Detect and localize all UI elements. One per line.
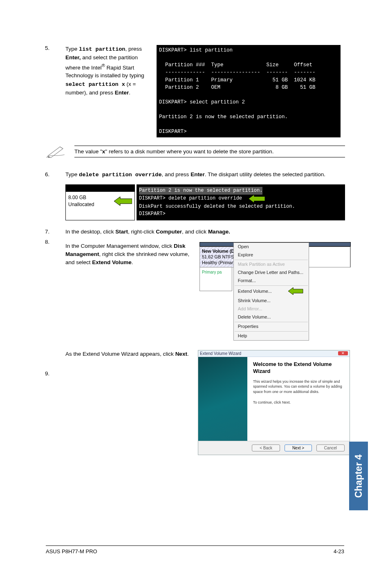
wizard-side-image <box>198 357 247 441</box>
step9-text: As the Extend Volume Wizard appears, cli… <box>65 350 192 455</box>
arrow-left-icon <box>114 197 132 206</box>
menu-open[interactable]: Open <box>234 243 309 251</box>
menu-explore[interactable]: Explore <box>234 251 309 259</box>
chapter-tab: Chapter 4 <box>349 442 368 510</box>
back-button: < Back <box>252 444 280 451</box>
note-text: The value "x" refers to a disk number wh… <box>74 146 345 157</box>
wizard-heading: Welcome to the Extend Volume Wizard <box>253 361 344 375</box>
menu-extend-volume[interactable]: Extend Volume... <box>234 286 309 297</box>
menu-mark-active: Mark Partition as Active <box>234 260 309 269</box>
menu-shrink-volume[interactable]: Shrink Volume... <box>234 297 309 305</box>
svg-marker-1 <box>249 195 265 203</box>
wizard-description: This wizard helps you increase the size … <box>253 379 344 395</box>
step9-number: 9. <box>45 370 65 455</box>
svg-marker-0 <box>114 197 132 206</box>
disk-management-screenshot: New Volume (D:) 51.62 GB NTFS Healthy (P… <box>199 242 351 366</box>
cancel-button[interactable]: Cancel <box>316 444 345 451</box>
wizard-continue-text: To continue, click Next. <box>253 400 344 405</box>
disk-panel-unallocated: 8.00 GB Unallocated <box>65 184 135 220</box>
footer-page-number: 4-23 <box>334 548 344 554</box>
menu-properties[interactable]: Properties <box>234 323 309 331</box>
step6-terminal-output: Partition 2 is now the selected partitio… <box>137 184 345 220</box>
step7-text: In the desktop, click Start, right-click… <box>65 229 345 235</box>
context-menu: Open Explore Mark Partition as Active Ch… <box>233 242 309 341</box>
step8-number: 8. <box>45 239 65 366</box>
step6-text: Type delete partition override, and pres… <box>65 171 345 179</box>
arrow-left-icon <box>248 195 266 203</box>
step5-number: 5. <box>45 45 65 137</box>
svg-marker-2 <box>288 287 303 295</box>
step7-number: 7. <box>45 229 65 235</box>
menu-help[interactable]: Help <box>234 332 309 340</box>
step6-number: 6. <box>45 171 65 220</box>
close-icon[interactable]: ✕ <box>338 351 348 355</box>
step8-text: In the Computer Management window, click… <box>65 242 192 366</box>
arrow-left-icon <box>287 287 305 295</box>
step5-terminal-output: DISKPART> list partition Partition ### T… <box>157 45 341 137</box>
menu-delete-volume[interactable]: Delete Volume... <box>234 313 309 321</box>
menu-add-mirror: Add Mirror... <box>234 305 309 313</box>
extend-volume-wizard-dialog: Extend Volume Wizard ✕ Welcome to the Ex… <box>198 350 350 455</box>
step5-text: Type list partition, press Enter, and se… <box>65 45 149 137</box>
menu-change-letter[interactable]: Change Drive Letter and Paths... <box>234 269 309 277</box>
footer-product: ASUS P8H77-M PRO <box>46 548 97 554</box>
menu-format[interactable]: Format... <box>234 277 309 285</box>
wizard-title: Extend Volume Wizard <box>200 351 241 356</box>
note-pencil-icon <box>45 143 63 160</box>
next-button[interactable]: Next > <box>285 444 312 451</box>
